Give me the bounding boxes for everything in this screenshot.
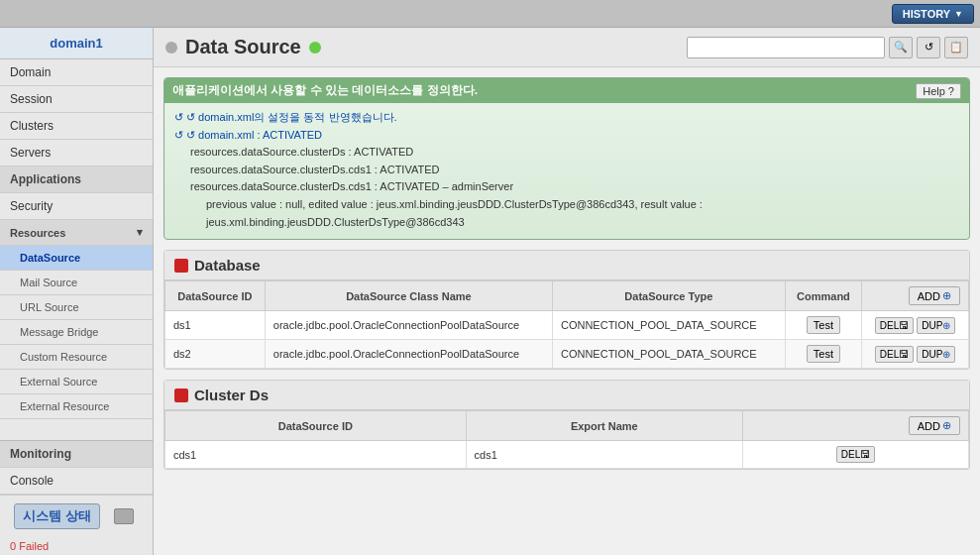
search-button[interactable]: 🔍	[889, 37, 913, 58]
sidebar-item-security[interactable]: Security	[0, 193, 153, 220]
sidebar: domain1 Domain Session Clusters Servers …	[0, 28, 154, 555]
col-type: DataSource Type	[552, 281, 785, 311]
col-command: Command	[785, 281, 861, 311]
help-label: Help	[923, 85, 945, 97]
cluster-table-header: DataSource ID Export Name ADD	[165, 411, 969, 441]
sidebar-item-console[interactable]: Console	[0, 468, 153, 495]
info-box-header: 애플리케이션에서 사용할 수 있는 데이터소스를 정의한다. Help ?	[164, 78, 969, 103]
sidebar-item-label: Domain	[10, 65, 51, 79]
sidebar-item-label: Monitoring	[10, 447, 71, 461]
sidebar-item-customresource[interactable]: Custom Resource	[0, 345, 153, 370]
cell-type: CONNECTION_POOL_DATA_SOURCE	[552, 311, 785, 340]
cluster-title-text: Cluster Ds	[194, 387, 269, 403]
log-line-5: resources.dataSource.clusterDs.cds1 : AC…	[174, 178, 959, 196]
test-button-ds1[interactable]: Test	[807, 316, 840, 334]
log-line-4: resources.dataSource.clusterDs.cds1 : AC…	[174, 162, 959, 179]
domain-header[interactable]: domain1	[0, 28, 153, 59]
refresh-button[interactable]: ↺	[917, 37, 940, 58]
del-button-ds1[interactable]: DEL	[875, 317, 914, 334]
history-button[interactable]: HISTORY	[892, 4, 974, 24]
sidebar-item-monitoring[interactable]: Monitoring	[0, 441, 153, 468]
page-title-area: Data Source	[165, 36, 321, 58]
sidebar-item-externalsource[interactable]: External Source	[0, 370, 153, 394]
sidebar-item-label: Console	[10, 474, 54, 488]
sidebar-item-label: External Source	[20, 376, 97, 388]
sidebar-resources-header[interactable]: Resources ▾	[0, 220, 153, 246]
info-description: 애플리케이션에서 사용할 수 있는 데이터소스를 정의한다.	[172, 82, 478, 99]
sidebar-item-label: DataSource	[20, 252, 80, 264]
sidebar-item-applications[interactable]: Applications	[0, 166, 153, 193]
top-bar: HISTORY	[0, 0, 980, 28]
sidebar-item-servers[interactable]: Servers	[0, 140, 153, 166]
cell-id: ds2	[165, 340, 266, 369]
content-area: Data Source 🔍 ↺ 📋 애플리케이션에서 사용할 수 있는 데이터소…	[154, 28, 980, 555]
cell-type: CONNECTION_POOL_DATA_SOURCE	[552, 340, 785, 369]
help-button[interactable]: Help ?	[916, 83, 961, 99]
database-table-header: DataSource ID DataSource Class Name Data…	[165, 281, 969, 311]
sidebar-item-label: Custom Resource	[20, 351, 107, 363]
del-button-ds2[interactable]: DEL	[875, 346, 914, 363]
title-dot-gray	[165, 42, 177, 54]
cell-row-actions: DEL DUP	[862, 311, 969, 340]
test-button-ds2[interactable]: Test	[807, 345, 840, 363]
table-row: cds1 cds1 DEL	[165, 441, 969, 469]
cluster-table: DataSource ID Export Name ADD cds1 cds1	[164, 410, 969, 469]
sidebar-item-label: URL Source	[20, 301, 79, 313]
system-status-bar: 시스템 상태	[0, 495, 153, 537]
database-section: Database DataSource ID DataSource Class …	[163, 250, 970, 370]
sidebar-item-clusters[interactable]: Clusters	[0, 113, 153, 140]
cluster-row-action-cell: DEL	[751, 446, 960, 463]
content-header: Data Source 🔍 ↺ 📋	[154, 28, 980, 67]
cluster-section: Cluster Ds DataSource ID Export Name ADD	[163, 380, 970, 470]
row-action-cell: DEL DUP	[870, 346, 960, 363]
system-status-label: 시스템 상태	[23, 508, 91, 523]
database-title-text: Database	[194, 257, 261, 274]
cell-cluster-row-actions: DEL	[743, 441, 969, 469]
sidebar-item-session[interactable]: Session	[0, 86, 153, 113]
col-datasource-id: DataSource ID	[165, 281, 266, 311]
failed-status: 0 Failed	[0, 537, 153, 555]
dup-button-ds1[interactable]: DUP	[917, 317, 955, 334]
history-label: HISTORY	[903, 8, 950, 20]
log-line-7: jeus.xml.binding.jeusDDD.ClusterDsType@3…	[174, 214, 959, 232]
cell-classname: oracle.jdbc.pool.OracleConnectionPoolDat…	[265, 340, 552, 369]
main-layout: domain1 Domain Session Clusters Servers …	[0, 28, 980, 555]
collapse-icon: ▾	[137, 226, 143, 239]
search-input[interactable]	[687, 37, 885, 58]
page-title: Data Source	[185, 36, 301, 58]
log-line-6: previous value : null, edited value : je…	[174, 196, 959, 214]
sidebar-item-externalresource[interactable]: External Resource	[0, 394, 153, 419]
cell-command: Test	[785, 340, 861, 369]
title-dot-green	[309, 42, 321, 54]
cell-export-name: cds1	[466, 441, 742, 469]
sidebar-item-label: External Resource	[20, 400, 110, 412]
database-section-title: Database	[164, 251, 969, 280]
cell-id: ds1	[165, 311, 266, 340]
cell-row-actions: DEL DUP	[862, 340, 969, 369]
log-line-3: resources.dataSource.clusterDs : ACTIVAT…	[174, 144, 959, 162]
export-button[interactable]: 📋	[944, 37, 968, 58]
database-add-button[interactable]: ADD	[909, 286, 960, 305]
toggle-icon[interactable]	[114, 508, 134, 524]
sidebar-item-mailsource[interactable]: Mail Source	[0, 271, 153, 295]
sidebar-item-datasource[interactable]: DataSource	[0, 246, 153, 271]
header-controls: 🔍 ↺ 📋	[687, 37, 968, 58]
system-status-button[interactable]: 시스템 상태	[14, 503, 100, 529]
del-button-cds1[interactable]: DEL	[836, 446, 875, 463]
table-row: ds2 oracle.jdbc.pool.OracleConnectionPoo…	[165, 340, 969, 369]
sidebar-item-label: Security	[10, 199, 53, 213]
col-cluster-actions: ADD	[743, 411, 969, 441]
cell-classname: oracle.jdbc.pool.OracleConnectionPoolDat…	[265, 311, 552, 340]
database-table: DataSource ID DataSource Class Name Data…	[164, 280, 969, 369]
domain-label: domain1	[50, 36, 102, 51]
dup-button-ds2[interactable]: DUP	[917, 346, 955, 363]
sidebar-item-domain[interactable]: Domain	[0, 59, 153, 86]
log-line-2: ↺ ↺ domain.xml : ACTIVATED	[174, 127, 959, 145]
sidebar-item-urlsource[interactable]: URL Source	[0, 295, 153, 320]
cluster-icon	[174, 388, 188, 402]
cell-command: Test	[785, 311, 861, 340]
cluster-add-button[interactable]: ADD	[909, 416, 960, 435]
sidebar-item-label: Applications	[10, 172, 81, 186]
cluster-section-title: Cluster Ds	[164, 381, 969, 410]
sidebar-item-messagebridge[interactable]: Message Bridge	[0, 320, 153, 345]
